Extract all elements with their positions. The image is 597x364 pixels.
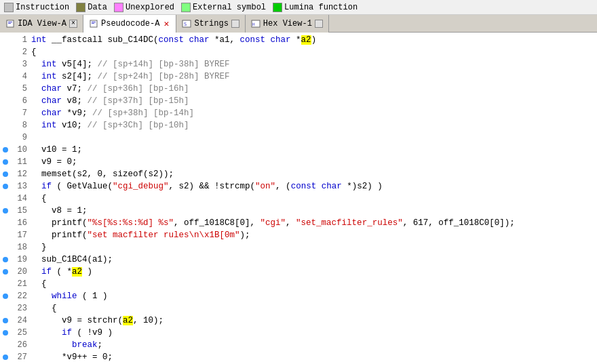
line-25-content: if ( !v9 ) — [31, 327, 597, 339]
unexplored-label: Unexplored — [126, 3, 174, 12]
line-14-content: { — [31, 193, 597, 205]
line-11-dot — [0, 159, 11, 165]
code-line-3: 3 int v5[4]; // [sp+14h] [bp-38h] BYREF — [0, 58, 597, 70]
line-20-num: 20 — [11, 266, 31, 278]
code-line-27: 27 *v9++ = 0; — [0, 351, 597, 363]
line-11-num: 11 — [11, 156, 31, 168]
tab-hex-view-1[interactable]: H Hex View-1 — [246, 15, 329, 33]
instruction-label: Instruction — [16, 3, 69, 12]
tab-ida-view-a-close[interactable]: × — [69, 20, 77, 28]
line-22-content: while ( 1 ) — [31, 290, 597, 302]
line-27-num: 27 — [11, 351, 31, 363]
line-19-num: 19 — [11, 254, 31, 266]
tab-pseudocode-a[interactable]: Pseudocode-A ✕ — [83, 15, 176, 33]
tab-strings[interactable]: S Strings — [176, 15, 245, 33]
strings-icon: S — [182, 19, 191, 28]
code-line-4: 4 int s2[4]; // [sp+24h] [bp-28h] BYREF — [0, 70, 597, 83]
close-box-icon[interactable]: × — [69, 20, 77, 28]
line-21-content: { — [31, 278, 597, 290]
line-20-content: if ( *a2 ) — [31, 266, 597, 278]
code-line-1: 1 int __fastcall sub_C14DC(const char *a… — [0, 34, 597, 46]
code-line-24: 24 v9 = strchr(a2, 10); — [0, 315, 597, 327]
line-4-num: 4 — [11, 70, 31, 83]
tab-ida-view-a[interactable]: IDA View-A × — [0, 15, 83, 33]
line-2-content: { — [31, 46, 597, 58]
external-symbol-label: External symbol — [193, 3, 266, 12]
line-25-dot — [0, 330, 11, 336]
line-12-content: memset(s2, 0, sizeof(s2)); — [31, 168, 597, 180]
line-15-dot — [0, 208, 11, 214]
line-19-content: sub_C1BC4(a1); — [31, 254, 597, 266]
pseudocode-icon — [89, 19, 98, 28]
line-17-content: printf("set macfilter rules\n\x1B[0m"); — [31, 229, 597, 241]
line-7-num: 7 — [11, 107, 31, 119]
line-20-dot — [0, 269, 11, 275]
hex-close-box-icon[interactable] — [315, 20, 323, 28]
svg-rect-5 — [92, 23, 94, 24]
unexplored-color-box — [114, 3, 123, 12]
line-5-num: 5 — [11, 83, 31, 95]
ida-view-icon — [5, 19, 15, 28]
code-line-7: 7 char *v9; // [sp+38h] [bp-14h] — [0, 107, 597, 119]
line-10-num: 10 — [11, 144, 31, 156]
line-26-num: 26 — [11, 339, 31, 351]
line-27-dot — [0, 355, 11, 360]
line-25-num: 25 — [11, 327, 31, 339]
legend-data: Data — [76, 3, 107, 12]
line-18-num: 18 — [11, 241, 31, 254]
code-line-11: 11 v9 = 0; — [0, 156, 597, 168]
line-18-content: } — [31, 241, 597, 254]
line-23-num: 23 — [11, 302, 31, 315]
line-17-num: 17 — [11, 229, 31, 241]
lumina-color-box — [273, 3, 282, 12]
strings-close-box-icon[interactable] — [231, 20, 239, 28]
line-22-num: 22 — [11, 290, 31, 302]
line-15-content: v8 = 1; — [31, 205, 597, 217]
line-26-content: break; — [31, 339, 597, 351]
tab-hex-view-1-label: Hex View-1 — [263, 19, 312, 28]
data-color-box — [76, 3, 85, 12]
code-line-5: 5 char v7; // [sp+36h] [bp-16h] — [0, 83, 597, 95]
code-line-15: 15 v8 = 1; — [0, 205, 597, 217]
legend-unexplored: Unexplored — [114, 3, 174, 12]
line-19-dot — [0, 257, 11, 262]
line-23-content: { — [31, 302, 597, 315]
svg-text:H: H — [252, 22, 255, 26]
tab-strings-label: Strings — [194, 19, 228, 28]
line-3-num: 3 — [11, 58, 31, 70]
tab-pseudocode-a-close[interactable]: ✕ — [162, 20, 170, 28]
line-13-dot — [0, 184, 11, 189]
code-line-22: 22 while ( 1 ) — [0, 290, 597, 302]
line-16-num: 16 — [11, 217, 31, 229]
code-line-16: 16 printf("%s[%s:%s:%d] %s", off_1018C8[… — [0, 217, 597, 229]
code-line-19: 19 sub_C1BC4(a1); — [0, 254, 597, 266]
svg-rect-2 — [8, 23, 11, 24]
line-8-num: 8 — [11, 119, 31, 132]
legend-instruction: Instruction — [4, 3, 69, 12]
code-area[interactable]: 1 int __fastcall sub_C14DC(const char *a… — [0, 33, 597, 364]
legend-external-symbol: External symbol — [181, 3, 266, 12]
code-line-23: 23 { — [0, 302, 597, 315]
lumina-label: Lumina function — [284, 3, 358, 12]
code-line-21: 21 { — [0, 278, 597, 290]
code-line-2: 2 { — [0, 46, 597, 58]
tab-strings-close[interactable] — [231, 20, 239, 28]
code-line-8: 8 int v10; // [sp+3Ch] [bp-10h] — [0, 119, 597, 132]
line-6-content: char v8; // [sp+37h] [bp-15h] — [31, 95, 597, 107]
line-14-num: 14 — [11, 193, 31, 205]
svg-text:S: S — [184, 22, 187, 27]
line-27-content: *v9++ = 0; — [31, 351, 597, 363]
line-2-num: 2 — [11, 46, 31, 58]
tab-hex-view-1-close[interactable] — [315, 20, 323, 28]
line-21-num: 21 — [11, 278, 31, 290]
line-13-content: if ( GetValue("cgi_debug", s2) && !strcm… — [31, 180, 597, 193]
hex-view-icon: H — [251, 19, 261, 28]
line-5-content: char v7; // [sp+36h] [bp-16h] — [31, 83, 597, 95]
tab-ida-view-a-label: IDA View-A — [18, 19, 66, 28]
data-label: Data — [88, 3, 107, 12]
code-line-26: 26 break; — [0, 339, 597, 351]
line-12-dot — [0, 171, 11, 177]
line-9-content — [31, 132, 597, 144]
line-10-dot — [0, 147, 11, 153]
line-4-content: int s2[4]; // [sp+24h] [bp-28h] BYREF — [31, 70, 597, 83]
